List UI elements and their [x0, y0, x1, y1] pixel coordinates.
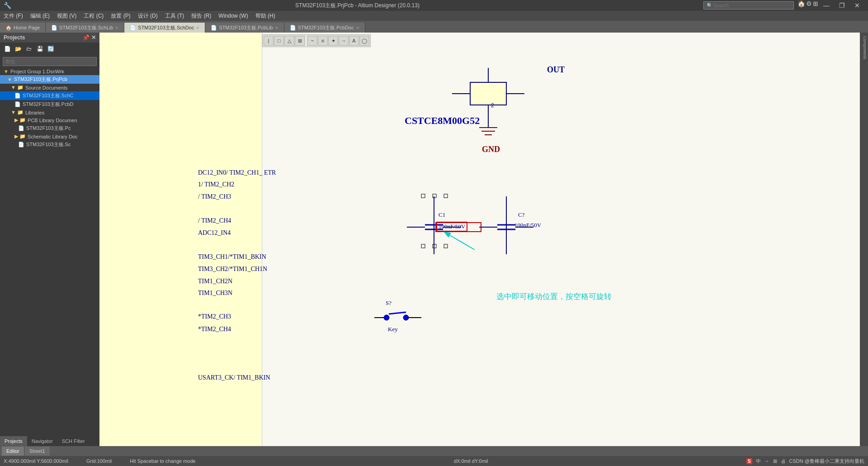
pin-text-4: / TIM2_CH4: [198, 217, 231, 224]
tab-home[interactable]: 🏠 Home Page: [0, 23, 46, 33]
maximize-button[interactable]: ❐: [835, 0, 849, 11]
folder-btn[interactable]: 🗁: [24, 44, 33, 53]
status-text3: ⊞: [773, 458, 777, 464]
ft-sep1: [305, 36, 307, 46]
menu-file[interactable]: 文件 (F): [0, 11, 27, 21]
pin-text-2: 1/ TIM2_CH2: [198, 181, 234, 188]
tree-schlib-file[interactable]: 📄 STM32F103主板.Sc: [0, 140, 99, 149]
tree-pcblib-file[interactable]: 📄 STM32F103主板.Pc: [0, 124, 99, 133]
status-text4: 🖨: [781, 458, 786, 464]
bottom-tab-sch-filter[interactable]: SCH Filter: [57, 436, 90, 446]
menu-bar: 文件 (F) 编辑 (E) 视图 (V) 工程 (C) 放置 (P) 设计 (D…: [0, 11, 868, 21]
pcbdoc-label: STM32F103主板.PcbD: [23, 101, 73, 108]
open-file-btn[interactable]: 📂: [14, 44, 23, 53]
panel-search-input[interactable]: [3, 57, 97, 66]
tab-schlib[interactable]: 📄 STM32F103主板.SchLib ✕: [46, 23, 124, 33]
ft-arrow[interactable]: →: [339, 36, 349, 46]
ft-bus[interactable]: ≡: [318, 36, 328, 46]
panel-pin[interactable]: 📌: [83, 34, 90, 41]
refresh-btn[interactable]: 🔄: [46, 44, 55, 53]
panel-close[interactable]: ✕: [91, 34, 96, 41]
tab-pcbdoc-close[interactable]: ✕: [356, 25, 359, 30]
tab-schlib-close[interactable]: ✕: [115, 25, 118, 30]
tab-schdoc-close[interactable]: ✕: [196, 25, 199, 30]
menu-project[interactable]: 工程 (C): [80, 11, 107, 21]
schlib-file-icon: 📄: [18, 142, 24, 147]
ft-grid[interactable]: ⊞: [295, 36, 305, 46]
tab-schdoc[interactable]: 📄 STM32F103主板.SchDoc ✕: [124, 23, 205, 33]
source-docs-icon: ▼ 📁: [11, 85, 24, 90]
tab-pcblib[interactable]: 📄 STM32F103主板.PcbLib ✕: [205, 23, 284, 33]
tree-schdoc[interactable]: 📄 STM32F103主板.SchC: [0, 91, 99, 100]
tree-project-group[interactable]: ▼ Project Group 1.DsnWrk: [0, 68, 99, 75]
svg-rect-19: [421, 244, 425, 248]
panel-title: Projects: [4, 34, 25, 41]
menu-edit[interactable]: 编辑 (E): [27, 11, 53, 21]
tree-source-docs[interactable]: ▼ 📁 Source Documents: [0, 84, 99, 91]
panel-search[interactable]: [0, 55, 99, 68]
bottom-tab-navigator[interactable]: Navigator: [27, 436, 57, 446]
menu-design[interactable]: 设计 (D): [134, 11, 161, 21]
status-bar: X:4900.000mil Y:5600.000mil Grid:100mil …: [0, 456, 868, 466]
hint-display: Hit Spacebar to change mode: [130, 458, 196, 464]
search-box[interactable]: 🔍: [703, 1, 794, 10]
menu-place[interactable]: 放置 (P): [107, 11, 134, 21]
svg-line-34: [389, 312, 406, 314]
svg-text:2: 2: [491, 102, 494, 109]
projects-panel: Projects 📌 ✕ 📄 📂 🗁 💾 🔄 ▼ Project Group 1…: [0, 33, 99, 446]
pin-text-5: ADC12_IN4: [198, 229, 231, 237]
menu-help[interactable]: 帮助 (H): [252, 11, 279, 21]
grid-icon[interactable]: ⊞: [813, 0, 818, 11]
bottom-tab-projects[interactable]: Projects: [0, 436, 27, 446]
schematic-canvas[interactable]: | □ △ ⊞ ~ ≡ ✦ → A ◯: [99, 33, 860, 446]
menu-tools[interactable]: 工具 (T): [161, 11, 188, 21]
ft-star[interactable]: ✦: [328, 36, 338, 46]
ft-tri[interactable]: △: [284, 36, 294, 46]
floating-toolbar: | □ △ ⊞ ~ ≡ ✦ → A ◯: [262, 34, 371, 47]
menu-view[interactable]: 视图 (V): [53, 11, 80, 21]
ft-rect[interactable]: □: [274, 36, 284, 46]
components-panel-btn[interactable]: Components: [860, 33, 868, 63]
new-file-btn[interactable]: 📄: [3, 44, 12, 53]
save-btn[interactable]: 💾: [35, 44, 44, 53]
pin-text-10: *TIM2_CH3: [198, 313, 231, 320]
svg-rect-1: [470, 82, 506, 105]
pin-text-11: *TIM2_CH4: [198, 326, 231, 333]
document-tabs: 🏠 Home Page 📄 STM32F103主板.SchLib ✕ 📄 STM…: [0, 21, 868, 33]
tree-pcblib-folder[interactable]: ▶ 📁 PCB Library Documen: [0, 116, 99, 124]
menu-window[interactable]: Window (W): [215, 11, 251, 21]
menu-reports[interactable]: 报告 (R): [188, 11, 215, 21]
search-input[interactable]: [713, 3, 781, 8]
ft-wire[interactable]: ~: [307, 36, 317, 46]
status-author: CSDN @鲁棒最小二乘支持向量机: [789, 458, 864, 465]
ft-line[interactable]: |: [264, 36, 274, 46]
panel-bottom-tabs: Projects Navigator SCH Filter: [0, 436, 99, 446]
c1-value: 100nF/50V: [436, 222, 467, 232]
tree-project-group-label: Project Group 1.DsnWrk: [10, 69, 64, 74]
editor-tab[interactable]: Editor: [2, 447, 24, 456]
schdoc-icon: 📄: [14, 93, 21, 99]
prjpcb-icon: ▼: [7, 77, 12, 82]
ft-circ[interactable]: ◯: [359, 36, 369, 46]
coordinates-display: X:4900.000mil Y:5600.000mil: [4, 458, 68, 464]
tree-libraries[interactable]: ▼ 📁 Libraries: [0, 109, 99, 116]
pcblib-folder-label: PCB Library Documen: [28, 118, 77, 123]
pin-text-3: / TIM2_CH3: [198, 193, 231, 200]
schematic-svg: 2: [99, 33, 860, 446]
home-icon[interactable]: 🏠: [797, 0, 805, 11]
sheet1-tab[interactable]: Sheet1: [25, 447, 50, 456]
pin-text-12: USART3_CK/ TIM1_BKIN: [198, 374, 270, 381]
tab-pcbdoc[interactable]: 📄 STM32F103主板.PcbDoc ✕: [284, 23, 365, 33]
tab-pcblib-close[interactable]: ✕: [275, 25, 278, 30]
minimize-button[interactable]: —: [819, 0, 834, 11]
tree-schlib-folder[interactable]: ▶ 📁 Schematic Library Doc: [0, 133, 99, 140]
csdn-logo: S: [746, 458, 752, 464]
ft-text[interactable]: A: [349, 36, 359, 46]
schlib-folder-icon: ▶ 📁: [14, 133, 26, 139]
close-button[interactable]: ✕: [850, 0, 864, 11]
tree-prjpcb[interactable]: ▼ STM32F103主板.PrjPcb: [0, 75, 99, 84]
window-title: STM32F103主板.PrjPcb - Altium Designer (20…: [11, 2, 703, 10]
tree-pcbdoc[interactable]: 📄 STM32F103主板.PcbD: [0, 100, 99, 109]
pin-text-7: TIM3_CH2/*TIM1_CH1N: [198, 266, 267, 273]
settings-icon[interactable]: ⚙: [806, 0, 812, 11]
